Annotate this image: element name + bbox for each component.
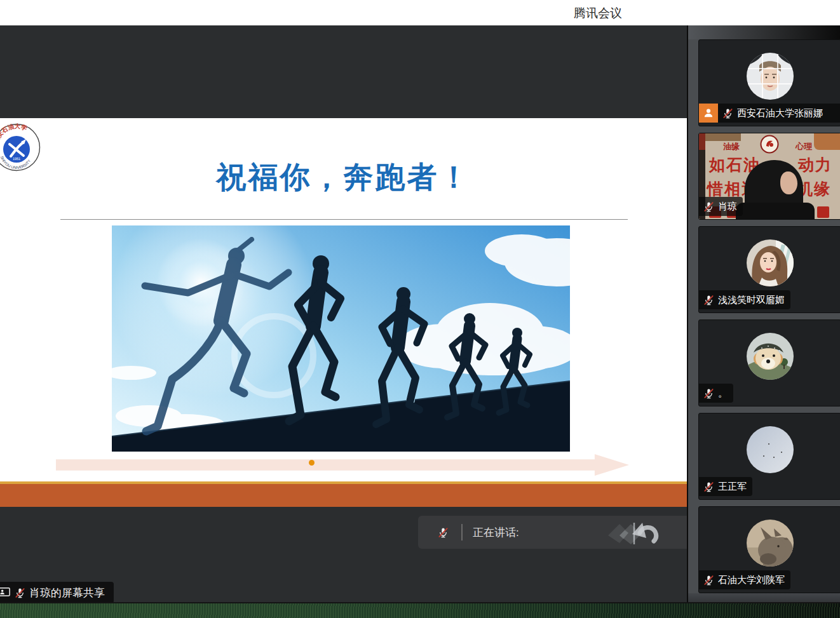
mic-muted-icon <box>14 587 26 599</box>
participant-tile[interactable]: 西安石油大学张丽娜 <box>698 39 840 126</box>
window-title: 腾讯会议 <box>574 5 622 22</box>
wall-crest-icon <box>760 135 779 154</box>
avatar <box>747 53 794 100</box>
name-bar: 王正军 <box>699 477 752 496</box>
wall-text-fragment <box>817 206 829 218</box>
slide-footer-bar <box>0 484 687 507</box>
participant-name: 浅浅笑时双靥媚 <box>718 294 785 306</box>
share-pill-text: 肖琼的屏幕共享 <box>29 586 105 600</box>
participant-name: 王正军 <box>718 481 747 493</box>
mic-muted-icon <box>703 481 715 493</box>
divider <box>461 524 463 541</box>
name-bar: 西安石油大学张丽娜 <box>718 104 840 123</box>
wall-frame <box>814 133 840 150</box>
progress-dot <box>309 460 315 466</box>
mic-muted-icon <box>703 201 715 213</box>
wall-frame <box>705 133 741 141</box>
screen-share-icon <box>0 586 11 600</box>
mic-muted-icon <box>722 107 734 119</box>
wall-text: 动力 <box>798 154 832 175</box>
person-icon <box>702 107 715 119</box>
mic-muted-icon <box>703 294 715 306</box>
tencent-meeting-window: 腾讯会议 西安石油大学 1951 SHIYOU UNIVERSITY 祝福你，奔… <box>0 0 840 618</box>
participant-tile[interactable]: 浅浅笑时双靥媚 <box>698 226 840 313</box>
person-face <box>780 171 797 194</box>
screen-share-area: 西安石油大学 1951 SHIYOU UNIVERSITY 祝福你，奔跑者！ <box>0 25 687 618</box>
mic-muted-icon <box>437 527 449 539</box>
sidebar-top-shade <box>688 25 840 39</box>
name-bar: 。 <box>699 384 733 403</box>
window-titlebar[interactable]: 腾讯会议 <box>0 0 840 25</box>
mic-muted-icon <box>703 574 715 586</box>
name-bar: 浅浅笑时双靥媚 <box>699 290 790 309</box>
speaking-label: 正在讲话: <box>473 525 519 540</box>
arrow-banner <box>56 454 629 476</box>
participant-tile[interactable]: 油缘 心理 如石油 动力 惜相遇 机缘 肖琼 <box>698 133 840 220</box>
participants-sidebar: 西安石油大学张丽娜 油缘 心理 如石油 动力 惜相遇 机缘 <box>687 25 840 618</box>
name-bar: 肖琼 <box>699 197 743 216</box>
slide-title: 祝福你，奔跑者！ <box>0 158 687 198</box>
participant-name: 石油大学刘陕军 <box>718 574 785 586</box>
shared-slide: 西安石油大学 1951 SHIYOU UNIVERSITY 祝福你，奔跑者！ <box>0 118 687 481</box>
participant-name: 肖琼 <box>718 201 737 213</box>
participant-tile[interactable]: 。 <box>698 319 840 406</box>
wall-text: 心理 <box>796 141 812 152</box>
participant-tile[interactable]: 王正军 <box>698 413 840 500</box>
runners-photo <box>112 225 570 452</box>
participant-status-badge <box>699 104 718 123</box>
avatar <box>747 520 794 567</box>
participant-tile[interactable]: 石油大学刘陕军 <box>698 506 840 593</box>
avatar <box>747 239 794 286</box>
participant-name: 西安石油大学张丽娜 <box>737 107 823 119</box>
speaking-indicator-bar: 正在讲话: <box>418 516 687 549</box>
avatar <box>747 426 794 473</box>
screen-share-label: 肖琼的屏幕共享 <box>0 582 114 603</box>
participant-name: 。 <box>718 387 728 400</box>
mic-muted-icon <box>703 387 715 400</box>
wall-text: 油缘 <box>723 141 740 152</box>
avatar <box>747 333 794 380</box>
wall-edge <box>699 133 705 150</box>
person-silhouette <box>736 203 815 219</box>
slide-title-divider <box>60 219 628 220</box>
watermark-logo-icon <box>600 519 661 547</box>
desktop-wallpaper-strip <box>0 602 840 618</box>
name-bar: 石油大学刘陕军 <box>699 570 790 589</box>
